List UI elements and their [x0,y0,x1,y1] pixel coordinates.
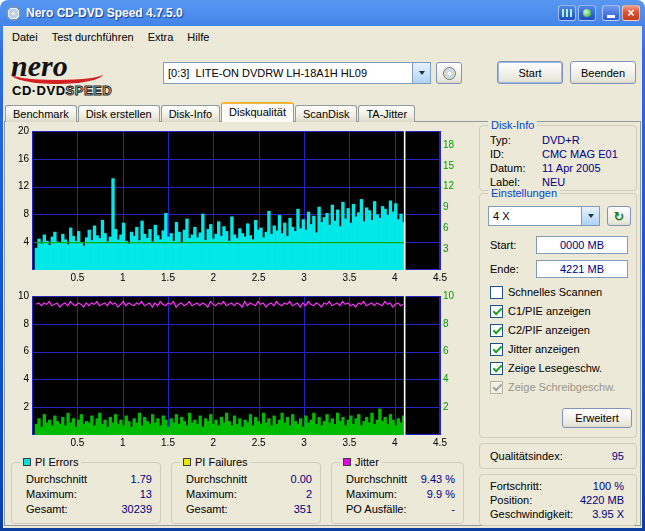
jitter-color-swatch [343,458,351,466]
scan-speed-select[interactable]: 4 X [488,206,600,226]
pi-failures-panel: PI Failures Durchschnitt0.00 Maximum:2 G… [171,462,321,524]
nero-logo: nero CD·DVDSPEED [11,52,161,98]
pif-avg-value: 0.00 [291,473,312,485]
checkbox-zeige-schreibgeschw[interactable]: Zeige Schreibgeschw. [490,379,616,395]
checkbox-c1-pie[interactable]: C1/PIE anzeigen [490,303,591,319]
pi-total-value: 30239 [121,503,152,515]
settings-panel: Einstellungen 4 X ↻ Start: 0000 MB Ende:… [479,193,637,438]
menubar: Datei Test durchführen Extra Hilfe [3,28,642,46]
chevron-down-icon [588,214,594,218]
jitter-max-value: 9.9 % [427,488,455,500]
tab-benchmark[interactable]: Benchmark [5,105,77,122]
tab-diskqualitaet[interactable]: Diskqualität [221,102,294,122]
app-window: Nero CD-DVD Speed 4.7.5.0 × Datei Test d… [0,0,645,531]
disc-type-value: DVD+R [542,134,580,146]
window-title: Nero CD-DVD Speed 4.7.5.0 [26,6,183,20]
checkbox-icon [490,381,503,394]
date-value: 11 Apr 2005 [542,162,601,174]
pi-errors-chart [10,124,462,284]
jitter-avg-value: 9.43 % [421,473,455,485]
start-position-field[interactable]: 0000 MB [536,236,628,254]
cd-icon [443,67,456,80]
jitter-panel-title: Jitter [355,456,379,468]
pif-jitter-chart [10,289,462,449]
minimize-icon [607,15,615,18]
close-button[interactable]: × [622,5,640,21]
disk-info-panel: Disk-Info Typ:DVD+R ID:CMC MAG E01 Datum… [479,125,637,191]
checkbox-icon [490,343,503,356]
checkbox-icon [490,324,503,337]
pi-errors-panel: PI Errors Durchschnitt1.79 Maximum:13 Ge… [11,462,161,524]
quit-button-label: Beenden [581,67,625,79]
po-failures-value: - [451,503,455,515]
speed-dropdown-button[interactable] [581,207,599,225]
quality-index-panel: Qualitätsindex: 95 [479,443,637,469]
pi-errors-panel-title: PI Errors [35,456,78,468]
checkbox-zeige-lesegeschw[interactable]: Zeige Lesegeschw. [490,360,602,376]
quality-index-value: 95 [612,450,624,462]
drive-select-value: [0:3] LITE-ON DVDRW LH-18A1H HL09 [164,67,367,79]
tab-page-diskqualitaet: PI Errors Durchschnitt1.79 Maximum:13 Ge… [4,121,641,526]
quit-button[interactable]: Beenden [570,61,636,84]
position-value: 4220 MB [580,494,624,506]
tab-scandisk[interactable]: ScanDisk [295,105,357,122]
pi-max-value: 13 [140,488,152,500]
pi-failures-panel-title: PI Failures [195,456,248,468]
checkbox-jitter[interactable]: Jitter anzeigen [490,341,580,357]
eject-disc-button[interactable] [436,62,462,84]
quality-index-label: Qualitätsindex: [490,450,563,462]
chevron-down-icon [419,71,425,75]
logo-swoosh [11,64,103,84]
settings-title: Einstellungen [488,187,560,199]
refresh-icon: ↻ [614,210,625,223]
tab-bar: Benchmark Disk erstellen Disk-Info Diskq… [5,103,416,122]
refresh-speeds-button[interactable]: ↻ [607,206,631,226]
checkbox-icon [490,362,503,375]
menu-datei[interactable]: Datei [5,29,45,45]
client-area: Datei Test durchführen Extra Hilfe nero … [3,26,642,528]
start-button-label: Start [518,67,541,79]
logo-speed: SPEED [66,83,113,98]
pi-errors-color-swatch [23,458,31,466]
tab-ta-jitter[interactable]: TA-Jitter [358,105,415,122]
logo-cddvd: CD·DVD [12,83,66,98]
speed-value: 3.95 X [592,508,624,520]
menu-extra[interactable]: Extra [141,29,181,45]
advanced-button-label: Erweitert [575,412,618,424]
start-button[interactable]: Start [497,61,563,84]
disc-window-button[interactable] [578,5,596,21]
close-icon: × [627,7,634,19]
jitter-panel: Jitter Durchschnitt9.43 % Maximum:9.9 % … [331,462,464,524]
tab-disk-info[interactable]: Disk-Info [161,105,220,122]
disk-info-title: Disk-Info [488,119,537,131]
progress-panel: Fortschritt:100 % Position:4220 MB Gesch… [479,474,637,526]
drive-select[interactable]: [0:3] LITE-ON DVDRW LH-18A1H HL09 [163,62,431,84]
minimize-button[interactable] [602,5,620,21]
tab-disk-erstellen[interactable]: Disk erstellen [78,105,160,122]
checkbox-icon [490,305,503,318]
app-icon [6,6,21,21]
progress-value: 100 % [593,480,624,492]
media-id-value: CMC MAG E01 [542,148,618,160]
titlebar[interactable]: Nero CD-DVD Speed 4.7.5.0 × [0,0,645,26]
pif-total-value: 351 [294,503,312,515]
menu-hilfe[interactable]: Hilfe [180,29,216,45]
advanced-button[interactable]: Erweitert [562,408,632,428]
checkbox-schnelles-scannen[interactable]: Schnelles Scannen [490,284,602,300]
checkbox-icon [490,286,503,299]
pi-avg-value: 1.79 [131,473,152,485]
menu-test-durchfuehren[interactable]: Test durchführen [45,29,141,45]
disc-icon [583,9,591,17]
pi-failures-color-swatch [183,458,191,466]
drive-dropdown-button[interactable] [412,63,430,83]
graph-window-button[interactable] [558,5,576,21]
bar-chart-icon [562,9,572,17]
scan-speed-value: 4 X [489,210,510,222]
end-position-field[interactable]: 4221 MB [536,260,628,278]
titlebar-buttons: × [558,5,640,21]
checkbox-c2-pif[interactable]: C2/PIF anzeigen [490,322,590,338]
pif-max-value: 2 [306,488,312,500]
